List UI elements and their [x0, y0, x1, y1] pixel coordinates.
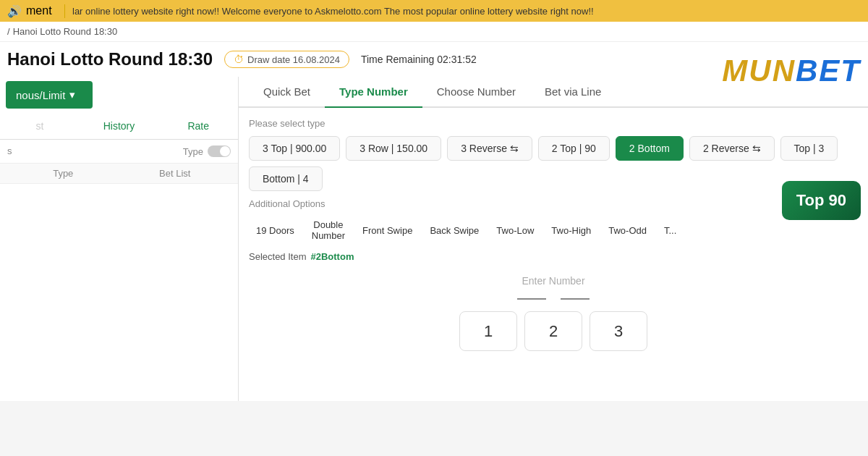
sidebar-header-s: s: [7, 145, 183, 157]
sidebar-tab-history[interactable]: History: [80, 113, 159, 139]
sidebar-dropdown[interactable]: nous/Limit ▾: [6, 81, 93, 109]
btn-3row[interactable]: 3 Row | 150.00: [346, 136, 441, 161]
banner-text: lar online lottery website right now!! W…: [65, 6, 868, 17]
selected-item-label: Selected Item: [249, 251, 307, 262]
chevron-down-icon: ▾: [69, 88, 75, 101]
enter-number-label: Enter Number: [249, 275, 858, 287]
time-remaining: Time Remaining 02:31:52: [361, 54, 477, 65]
opt-two-odd[interactable]: Two-Odd: [601, 221, 654, 240]
content-area: nous/Limit ▾ st History Rate s Type Type…: [0, 77, 868, 401]
sidebar-tab-rate[interactable]: Rate: [158, 113, 238, 139]
numpad-3[interactable]: 3: [590, 311, 647, 351]
main-panel: Quick Bet Type Number Choose Number Bet …: [239, 77, 868, 401]
banner-ment: ment: [26, 4, 52, 17]
type-label: Type: [183, 146, 203, 157]
number-dash-1: [517, 298, 546, 300]
number-dash-2: [561, 298, 590, 300]
btn-2reverse[interactable]: 2 Reverse ⇆: [689, 136, 775, 161]
select-type-label: Please select type: [249, 118, 858, 129]
opt-19doors[interactable]: 19 Doors: [249, 221, 302, 240]
page-title: Hanoi Lotto Round 18:30: [7, 49, 213, 69]
logo-bet: BET: [796, 54, 861, 88]
time-remaining-value: 02:31:52: [437, 54, 477, 65]
logo: MUNBET: [722, 42, 868, 100]
opt-double-number[interactable]: DoubleNumber: [305, 215, 352, 245]
breadcrumb: / Hanoi Lotto Round 18:30: [0, 22, 868, 42]
logo-text: MUNBET: [722, 54, 861, 88]
numpad-1[interactable]: 1: [459, 311, 517, 351]
number-dashes: [249, 298, 858, 300]
draw-date-badge: ⏱ Draw date 16.08.2024: [224, 51, 349, 68]
add-options-label: Additional Options: [249, 198, 858, 209]
volume-icon: 🔊: [7, 4, 22, 18]
col-type: Type: [7, 168, 119, 179]
clock-icon: ⏱: [234, 54, 244, 65]
tab-quick-bet[interactable]: Quick Bet: [249, 77, 325, 106]
numpad: 1 2 3: [249, 311, 858, 351]
opt-two-low[interactable]: Two-Low: [489, 221, 541, 240]
btn-bottom4[interactable]: Bottom | 4: [249, 166, 323, 191]
btn-top3[interactable]: Top | 3: [780, 136, 838, 161]
bet-section: Please select type 3 Top | 900.00 3 Row …: [239, 108, 868, 245]
opt-more[interactable]: T...: [657, 221, 684, 240]
tab-bet-via-line[interactable]: Bet via Line: [530, 77, 616, 106]
numpad-2[interactable]: 2: [524, 311, 582, 351]
top-banner: 🔊 ment lar online lottery website right …: [0, 0, 868, 22]
tab-type-number[interactable]: Type Number: [325, 77, 422, 106]
header-row: Hanoi Lotto Round 18:30 ⏱ Draw date 16.0…: [0, 42, 868, 77]
top90-badge[interactable]: Top 90: [782, 181, 861, 220]
sidebar: nous/Limit ▾ st History Rate s Type Type…: [0, 77, 239, 401]
btn-2bottom[interactable]: 2 Bottom: [616, 136, 684, 161]
draw-date-label: Draw date 16.08.2024: [247, 54, 340, 65]
dropdown-label: nous/Limit: [16, 89, 65, 101]
logo-mun: MUN: [722, 54, 796, 88]
breadcrumb-separator: /: [7, 26, 10, 37]
selected-item-row: Selected Item #2Bottom: [239, 245, 868, 268]
sidebar-list-headers: Type Bet List: [0, 163, 238, 184]
bet-buttons: 3 Top | 900.00 3 Row | 150.00 3 Reverse …: [249, 136, 858, 191]
breadcrumb-item: Hanoi Lotto Round 18:30: [13, 26, 118, 37]
sidebar-col-headers: s Type: [0, 140, 238, 163]
sidebar-tab-list[interactable]: st: [0, 113, 80, 139]
opt-two-high[interactable]: Two-High: [544, 221, 598, 240]
top90-label: Top 90: [796, 191, 846, 209]
btn-3reverse[interactable]: 3 Reverse ⇆: [447, 136, 532, 161]
btn-3top[interactable]: 3 Top | 900.00: [249, 136, 340, 161]
number-input-area: Enter Number 1 2 3: [239, 268, 868, 358]
selected-item-value: #2Bottom: [311, 251, 354, 262]
opt-front-swipe[interactable]: Front Swipe: [355, 221, 420, 240]
type-toggle: Type: [183, 145, 231, 157]
opt-back-swipe[interactable]: Back Swipe: [422, 221, 486, 240]
sidebar-tabs: st History Rate: [0, 113, 238, 140]
toggle-switch[interactable]: [208, 145, 231, 157]
tab-choose-number[interactable]: Choose Number: [422, 77, 530, 106]
col-bet-list: Bet List: [119, 168, 231, 179]
time-remaining-label: Time Remaining: [361, 54, 434, 65]
additional-options: 19 Doors DoubleNumber Front Swipe Back S…: [249, 215, 858, 245]
btn-2top[interactable]: 2 Top | 90: [538, 136, 610, 161]
banner-icon-area: 🔊 ment: [0, 4, 65, 18]
